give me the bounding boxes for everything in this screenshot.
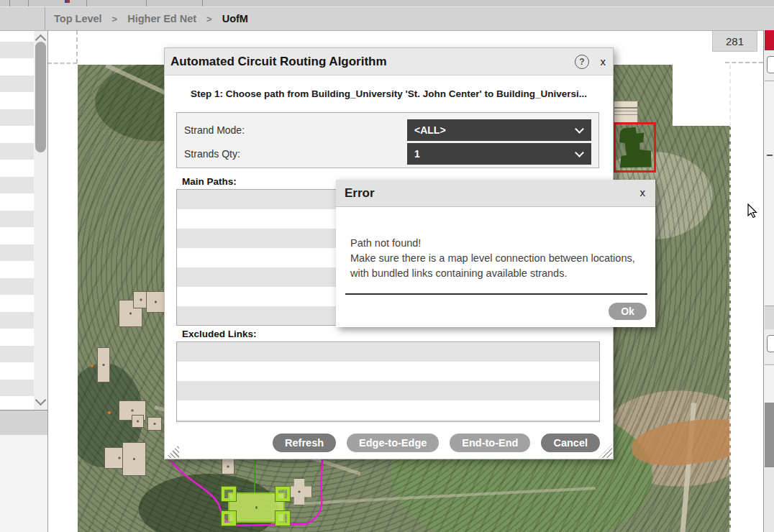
tab-separator (28, 0, 29, 6)
map-unloaded-tile (673, 65, 731, 126)
right-toolbar-rail (763, 30, 774, 532)
close-icon[interactable]: x (640, 186, 646, 198)
strand-mode-label: Strand Mode: (184, 124, 245, 136)
map-marker-dot (108, 411, 111, 414)
error-title: Error (345, 180, 375, 206)
counter-value: 281 (726, 35, 744, 47)
end-to-end-button[interactable]: End-to-End (450, 434, 530, 452)
cancel-button[interactable]: Cancel (541, 434, 600, 452)
rail-red-swatch[interactable] (765, 30, 774, 50)
refresh-button[interactable]: Refresh (273, 434, 336, 452)
error-line-1: Path not found! (350, 236, 641, 251)
breadcrumb: Top Level > Higher Ed Net > UofM (0, 7, 774, 31)
strand-mode-value: <ALL> (414, 124, 446, 136)
error-titlebar[interactable]: Error x (336, 180, 655, 207)
building-green-polygon (617, 126, 652, 169)
map-object-counter: 281 (712, 30, 757, 52)
dialog-button-row: Refresh Edge-to-Edge End-to-End Cancel (273, 434, 600, 452)
map-construction-area (629, 413, 731, 471)
selection-handle-top-right[interactable] (276, 487, 290, 501)
map-boundary-dash-horizontal (725, 62, 763, 63)
breadcrumb-divider (45, 7, 45, 30)
edge-to-edge-button[interactable]: Edge-to-Edge (347, 434, 439, 452)
tab-separator (146, 0, 147, 6)
map-edge-dashed-line (729, 65, 731, 532)
excluded-links-label: Excluded Links: (182, 329, 257, 339)
dialog-title: Automated Circuit Routing Algorithm (170, 48, 387, 75)
breadcrumb-item-uofm[interactable]: UofM (222, 13, 248, 24)
zoom-out-icon[interactable] (767, 155, 773, 156)
tab-separator (86, 0, 87, 6)
sidebar-scrollbar[interactable] (34, 30, 47, 410)
breadcrumb-separator: > (206, 14, 212, 24)
excluded-links-list[interactable] (176, 341, 600, 422)
resize-grip-bottom-left[interactable] (165, 444, 179, 458)
rail-scrollbar-thumb[interactable] (765, 403, 774, 467)
map-boundary-dash-vertical (76, 30, 78, 63)
strands-qty-label: Strands Qty: (184, 148, 240, 160)
breadcrumb-separator: > (112, 14, 118, 24)
selected-building-red-outline[interactable] (614, 122, 656, 173)
building-footprint[interactable] (147, 417, 162, 431)
selection-handle-bottom-left[interactable] (222, 511, 236, 526)
dialog-titlebar[interactable]: Automated Circuit Routing Algorithm ? x (165, 48, 613, 75)
selection-handle-bottom-right[interactable] (276, 511, 290, 526)
rail-divider-band (765, 306, 774, 331)
building-footprint[interactable] (146, 291, 165, 313)
strand-mode-select[interactable]: <ALL> (407, 119, 591, 141)
error-line-2: Make sure there is a map level connectio… (350, 251, 641, 281)
resize-grip-bottom-right[interactable] (598, 444, 612, 458)
error-dialog: Error x Path not found! Make sure there … (336, 180, 655, 327)
sidebar-border (47, 30, 48, 532)
selection-handle-top-left[interactable] (222, 487, 236, 501)
strands-qty-value: 1 (414, 148, 420, 160)
building-footprint[interactable] (97, 347, 110, 382)
close-icon[interactable]: x (601, 55, 606, 68)
tab-separator (9, 0, 10, 6)
map-boundary-dash-horizontal (47, 63, 77, 64)
strands-qty-select[interactable]: 1 (407, 143, 591, 165)
ok-button[interactable]: Ok (609, 303, 647, 320)
breadcrumb-item-top-level[interactable]: Top Level (54, 13, 102, 24)
sidebar-row-list[interactable] (0, 30, 34, 410)
error-divider (345, 293, 647, 295)
scrollbar-thumb[interactable] (35, 42, 46, 152)
rail-footer (765, 467, 774, 532)
building-footprint[interactable] (122, 442, 146, 476)
rail-button[interactable] (767, 56, 774, 73)
favicon-fragment (65, 0, 70, 3)
main-paths-label: Main Paths: (182, 176, 237, 187)
map-label-callout (614, 101, 638, 124)
map-marker-dot (91, 364, 94, 367)
help-icon[interactable]: ? (575, 55, 589, 69)
scroll-down-icon[interactable] (35, 395, 47, 406)
step-instruction: Step 1: Choose path from Building_Univer… (165, 88, 613, 99)
strand-options-panel: Strand Mode: <ALL> Strands Qty: 1 (176, 112, 599, 168)
building-footprint[interactable] (132, 415, 144, 428)
chevron-down-icon (575, 148, 584, 157)
chevron-down-icon (575, 124, 584, 134)
building-footprint[interactable] (222, 459, 235, 474)
app-screen: Top Level > Higher Ed Net > UofM (0, 0, 774, 532)
map-path (293, 487, 596, 505)
sidebar-lower-panel (0, 435, 47, 532)
mouse-cursor (747, 203, 761, 219)
browser-tabstrip (0, 0, 774, 7)
error-message: Path not found! Make sure there is a map… (350, 236, 641, 281)
breadcrumb-item-higher-ed-net[interactable]: Higher Ed Net (127, 13, 196, 24)
tab-separator (202, 0, 203, 6)
rail-button[interactable] (767, 335, 774, 352)
sidebar-footer-band (0, 410, 47, 436)
